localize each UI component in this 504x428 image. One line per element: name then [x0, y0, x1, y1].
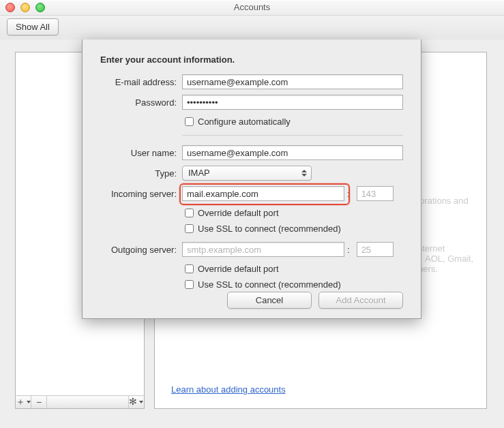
gear-icon: [130, 398, 138, 406]
remove-account-button[interactable]: −: [31, 396, 47, 408]
configure-auto-checkbox[interactable]: [185, 117, 194, 126]
port-separator: :: [347, 245, 350, 255]
dropdown-icon: [27, 401, 31, 403]
username-field[interactable]: [182, 145, 403, 160]
account-sheet: Enter your account information. E-mail a…: [82, 40, 421, 319]
cancel-button[interactable]: Cancel: [227, 292, 312, 309]
updown-icon: [301, 168, 307, 178]
password-label: Password:: [100, 97, 177, 108]
password-field[interactable]: [182, 95, 403, 110]
incoming-server-field[interactable]: [182, 186, 344, 201]
use-ssl-label: Use SSL to connect (recommended): [198, 279, 341, 290]
outgoing-override-port-checkbox[interactable]: [185, 264, 194, 273]
window-title: Accounts: [0, 0, 504, 15]
incoming-label: Incoming server:: [100, 189, 177, 199]
override-port-label: Override default port: [198, 264, 279, 274]
incoming-port-field[interactable]: [357, 186, 394, 201]
outgoing-use-ssl-checkbox[interactable]: [185, 280, 194, 289]
footer-spacer: [47, 396, 129, 408]
type-select[interactable]: IMAP: [182, 166, 312, 181]
sidebar-footer: ＋ −: [16, 395, 144, 408]
divider: [182, 135, 403, 136]
action-menu-button[interactable]: [129, 396, 144, 408]
title-bar: Accounts: [0, 0, 504, 16]
outgoing-label: Outgoing server:: [100, 245, 177, 255]
incoming-use-ssl-checkbox[interactable]: [185, 224, 194, 233]
port-separator: :: [347, 189, 350, 199]
email-field[interactable]: [182, 74, 403, 89]
type-value: IMAP: [188, 168, 210, 178]
add-account-button[interactable]: ＋: [16, 396, 31, 408]
learn-link[interactable]: Learn about adding accounts: [171, 384, 286, 395]
email-label: E-mail address:: [100, 77, 177, 87]
configure-auto-label: Configure automatically: [198, 117, 291, 127]
dropdown-icon: [139, 401, 143, 403]
outgoing-port-field[interactable]: [357, 242, 394, 257]
add-account-button[interactable]: Add Account: [318, 292, 403, 309]
use-ssl-label: Use SSL to connect (recommended): [198, 224, 341, 234]
username-label: User name:: [100, 148, 177, 158]
sheet-heading: Enter your account information.: [100, 55, 403, 65]
incoming-override-port-checkbox[interactable]: [185, 209, 194, 217]
type-label: Type:: [100, 168, 177, 179]
background-hint: AOL, Gmail,: [425, 254, 473, 264]
outgoing-server-field[interactable]: [182, 242, 344, 257]
override-port-label: Override default port: [198, 208, 279, 218]
show-all-button[interactable]: Show All: [7, 18, 59, 35]
